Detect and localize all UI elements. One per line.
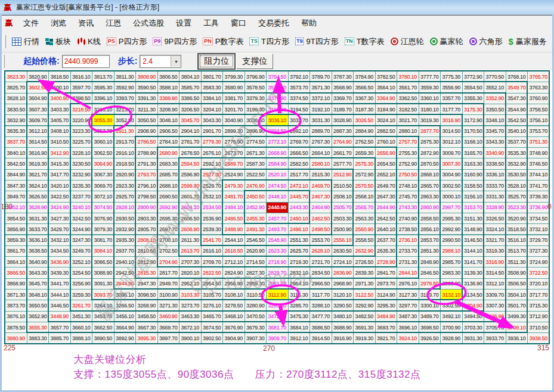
toolbar-item[interactable]: 板块 bbox=[42, 36, 74, 47]
price-cell: 3693.70 bbox=[375, 322, 398, 333]
price-cell: 3242.50 bbox=[70, 213, 93, 224]
price-cell: 3703.30 bbox=[462, 322, 485, 333]
price-cell: 2599.30 bbox=[179, 180, 202, 191]
price-cell: 3770.50 bbox=[484, 71, 506, 82]
toolbar-item[interactable]: 行情 bbox=[9, 36, 42, 47]
price-cell: 3847.30 bbox=[5, 180, 27, 191]
toolbar-item[interactable]: P99P四方形 bbox=[150, 36, 200, 47]
price-cell: 3768.10 bbox=[506, 71, 528, 82]
price-cell: 2546.50 bbox=[244, 235, 267, 246]
toolbar-item[interactable]: PNP数字表 bbox=[200, 36, 246, 47]
toolbar-item[interactable]: PSP四方形 bbox=[104, 36, 150, 47]
price-cell: 3722.50 bbox=[527, 267, 550, 278]
menu-item[interactable]: 窗口 bbox=[225, 16, 252, 30]
price-cell: 3736.90 bbox=[527, 202, 550, 213]
price-cell: 2772.10 bbox=[266, 136, 289, 148]
price-cell: 2505.70 bbox=[332, 202, 354, 213]
resistance-button[interactable]: 阻力位 bbox=[198, 54, 235, 69]
price-cell: 2978.50 bbox=[419, 278, 441, 290]
price-cell: 2596.90 bbox=[179, 169, 202, 181]
toolbar-item-label: T四方形 bbox=[261, 36, 289, 47]
start-price-input[interactable] bbox=[62, 55, 110, 68]
toolbar-item[interactable]: 六角形 bbox=[466, 36, 506, 47]
menu-item[interactable]: 文件 bbox=[17, 16, 45, 30]
price-cell: 2980.90 bbox=[440, 278, 463, 290]
title-bar[interactable]: 赢 赢家江恩专业版[赢家服务平台] - [价格正方形] bbox=[0, 0, 554, 15]
price-cell: 2632.90 bbox=[353, 245, 376, 257]
price-cell: 2745.70 bbox=[397, 191, 419, 202]
price-cell: 2743.30 bbox=[397, 202, 419, 213]
price-cell: 3151.30 bbox=[462, 213, 485, 224]
price-cell: 3081.70 bbox=[92, 235, 114, 246]
price-cell: 3098.50 bbox=[135, 289, 158, 300]
toolbar-item[interactable]: K线 bbox=[74, 36, 104, 47]
price-cell: 3355.30 bbox=[462, 93, 485, 104]
price-cell: 3832.90 bbox=[5, 114, 27, 126]
analysis-title: 大盘关键位分析 bbox=[73, 352, 421, 367]
price-cell: 3280.90 bbox=[244, 300, 267, 311]
price-cell: 3698.50 bbox=[419, 322, 441, 333]
menu-item[interactable]: 浏览 bbox=[45, 16, 72, 30]
price-cell: 3523.30 bbox=[506, 202, 528, 213]
price-cell: 2584.90 bbox=[266, 158, 289, 169]
menu-item[interactable]: 工具 bbox=[197, 16, 225, 30]
price-cell: 2856.10 bbox=[419, 223, 441, 235]
price-cell: 3396.10 bbox=[92, 93, 114, 104]
menu-item[interactable]: 设置 bbox=[170, 16, 197, 30]
toolbar-grip[interactable] bbox=[3, 35, 6, 48]
combo-dropdown-button[interactable]: ▼ bbox=[171, 56, 181, 67]
toolbar-item[interactable]: TST四方形 bbox=[246, 36, 292, 47]
price-cell: 3321.70 bbox=[484, 235, 506, 246]
menu-item[interactable]: 帮助 bbox=[295, 16, 323, 30]
price-cell: 2644.90 bbox=[375, 202, 398, 213]
price-cell: 3801.70 bbox=[201, 71, 224, 82]
price-cell: 2534.50 bbox=[201, 202, 224, 213]
price-cell: 3040.90 bbox=[222, 114, 245, 126]
price-cell: 3064.90 bbox=[92, 158, 114, 169]
price-cell: 3811.30 bbox=[114, 71, 137, 82]
price-cell: 3472.90 bbox=[266, 311, 289, 322]
controls-grip[interactable] bbox=[2, 55, 5, 68]
price-cell: 3482.50 bbox=[353, 311, 376, 322]
price-cell: 3573.70 bbox=[288, 82, 311, 93]
toolbar-item[interactable]: 赢家轮 bbox=[427, 36, 466, 47]
price-cell: 2908.90 bbox=[135, 126, 158, 137]
price-cell: 3446.50 bbox=[48, 300, 71, 311]
price-cell: 3458.50 bbox=[135, 311, 158, 322]
price-cell: 3638.50 bbox=[27, 245, 49, 257]
step-combo[interactable]: 2.4 ▼ bbox=[140, 55, 181, 68]
price-cell: 3609.70 bbox=[27, 114, 49, 126]
menu-item[interactable]: 资讯 bbox=[72, 16, 100, 30]
price-cell: 3357.70 bbox=[440, 93, 463, 104]
price-cell: 3532.90 bbox=[506, 158, 528, 169]
toolbar-item[interactable]: TNT数字表 bbox=[342, 36, 388, 47]
price-cell: 3676.90 bbox=[222, 322, 245, 333]
price-cell: 2642.50 bbox=[375, 213, 398, 224]
support-button[interactable]: 支撑位 bbox=[236, 54, 273, 69]
menu-item[interactable]: 江恩 bbox=[100, 16, 127, 30]
price-cell: 3324.10 bbox=[484, 223, 506, 235]
toolbar-item[interactable]: T99T四方形 bbox=[292, 36, 342, 47]
price-cell: 2738.50 bbox=[397, 223, 419, 235]
price-cell: 2589.70 bbox=[222, 158, 245, 169]
price-cell: 3765.70 bbox=[527, 71, 550, 82]
toolbar-item[interactable]: $赢家服务 bbox=[506, 36, 550, 47]
price-cell: 3513.70 bbox=[506, 245, 528, 257]
price-cell: 2630.50 bbox=[332, 245, 354, 257]
price-cell: 2580.10 bbox=[310, 158, 332, 169]
price-cell: 2618.50 bbox=[222, 245, 245, 257]
price-cell: 3724.90 bbox=[527, 256, 550, 267]
price-cell: 2568.10 bbox=[353, 191, 376, 202]
price-cell: 2548.90 bbox=[266, 235, 289, 246]
price-cell: 2964.10 bbox=[288, 278, 311, 290]
price-cell: 3271.30 bbox=[157, 300, 180, 311]
price-cell: 2952.10 bbox=[179, 278, 202, 290]
toolbar-item[interactable]: 江恩轮 bbox=[388, 36, 427, 47]
price-cell: 3624.10 bbox=[27, 180, 49, 191]
price-cell: 2815.30 bbox=[135, 267, 158, 278]
price-cell: 3436.90 bbox=[48, 256, 71, 267]
price-cell: 3854.50 bbox=[5, 213, 27, 224]
price-cell: 3549.70 bbox=[506, 82, 528, 93]
menu-item[interactable]: 公式选股 bbox=[127, 16, 170, 30]
menu-item[interactable]: 交易委托 bbox=[252, 16, 295, 30]
